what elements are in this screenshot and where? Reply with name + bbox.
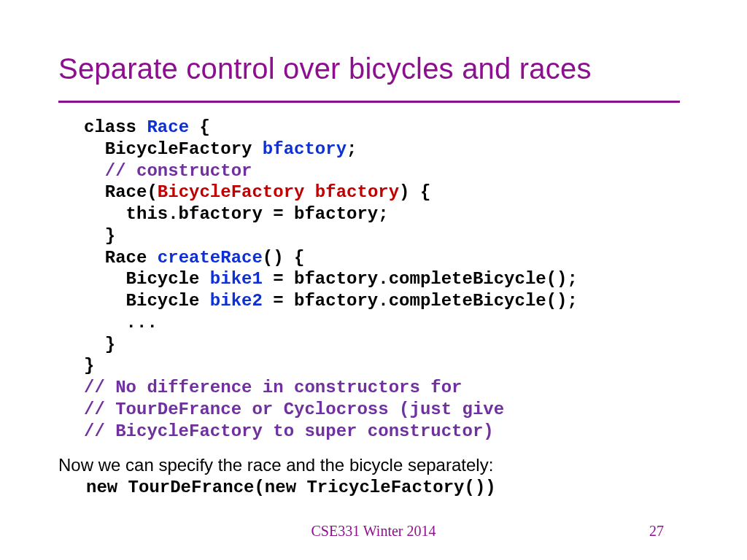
code-l13-comment: // No difference in constructors for <box>84 378 462 397</box>
code-l4-head: Race( <box>84 182 158 202</box>
code-l12: } <box>84 356 94 376</box>
explanation-code: new TourDeFrance(new TricycleFactory()) <box>86 476 496 499</box>
code-l6: } <box>84 226 115 246</box>
code-l9-tail: = bfactory.completeBicycle(); <box>263 291 578 311</box>
code-l7-head: Race <box>84 248 158 268</box>
code-l9-head: Bicycle <box>84 291 210 311</box>
explanation-line1: Now we can specify the race and the bicy… <box>58 454 496 476</box>
code-l1-type: Race <box>147 117 189 137</box>
code-l2-field: bfactory <box>263 139 347 159</box>
code-l8-tail: = bfactory.completeBicycle(); <box>263 269 578 289</box>
explanation: Now we can specify the race and the bicy… <box>58 454 496 499</box>
code-l11: } <box>84 335 115 354</box>
slide: Separate control over bicycles and races… <box>0 0 747 560</box>
code-l1-kw: class <box>84 117 147 137</box>
code-l1-tail: { <box>189 117 210 137</box>
code-l8-var: bike1 <box>210 269 263 289</box>
code-l2-head: BicycleFactory <box>84 139 263 159</box>
title-rule <box>58 101 680 103</box>
code-l4-tail: ) { <box>399 182 430 202</box>
code-l10: ... <box>84 313 158 332</box>
code-block: class Race { BicycleFactory bfactory; //… <box>84 117 578 442</box>
code-l7-tail: () { <box>263 248 305 268</box>
code-l2-tail: ; <box>347 139 357 159</box>
code-l3-comment: // constructor <box>84 161 252 181</box>
code-l7-method: createRace <box>158 248 263 268</box>
code-l5: this.bfactory = bfactory; <box>84 204 389 224</box>
footer-page-number: 27 <box>649 523 664 540</box>
code-l4-param: BicycleFactory bfactory <box>158 182 399 202</box>
code-l9-var: bike2 <box>210 291 263 311</box>
slide-title: Separate control over bicycles and races <box>58 52 592 85</box>
code-l8-head: Bicycle <box>84 269 210 289</box>
footer-course: CSE331 Winter 2014 <box>0 523 747 540</box>
code-l14-comment: // TourDeFrance or Cyclocross (just give <box>84 400 504 419</box>
code-l15-comment: // BicycleFactory to super constructor) <box>84 421 494 441</box>
